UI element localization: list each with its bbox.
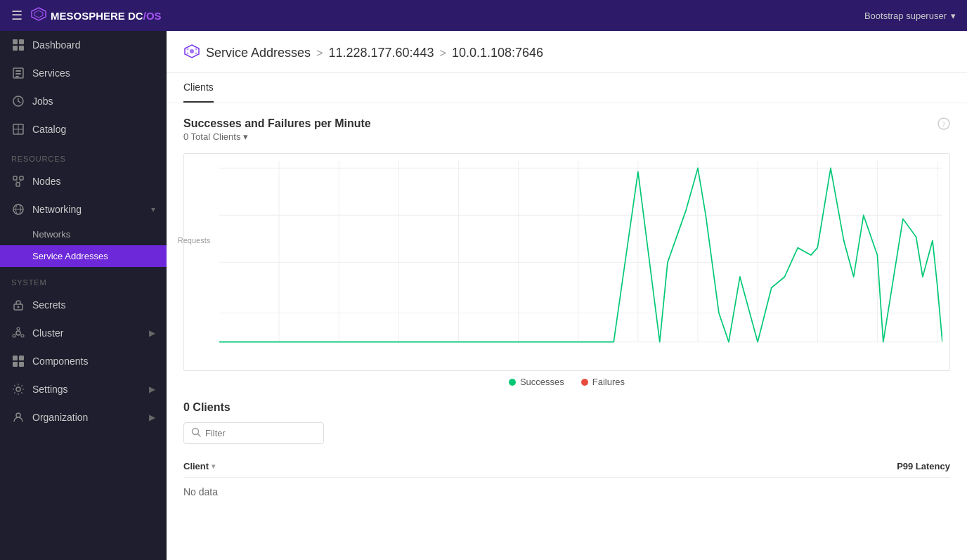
nodes-label: Nodes [32,176,60,187]
breadcrumb: Service Addresses > 11.228.177.60:443 > … [167,31,967,73]
svg-line-76 [198,434,201,437]
chart-title: Successes and Failures per Minute [183,117,371,130]
secrets-label: Secrets [32,299,65,311]
svg-text:?: ? [942,120,946,129]
legend-failures: Failures [581,377,625,387]
table-header-client[interactable]: Client ▾ [183,461,215,471]
svg-text:-50m: -50m [332,349,346,349]
chart-subtitle: 0 Total Clients ▾ [183,131,371,142]
svg-point-27 [13,334,15,337]
topbar-logo: MESOSPHERE DC/OS [31,7,162,25]
topbar: ☰ MESOSPHERE DC/OS Bootstrap superuser ▾ [0,0,967,31]
sidebar-item-secrets[interactable]: Secrets [0,291,167,319]
svg-rect-5 [19,46,24,51]
cluster-arrow: ▶ [149,328,155,338]
svg-point-39 [195,53,197,55]
secrets-icon [11,298,25,312]
successes-dot [509,379,516,386]
svg-point-33 [16,413,20,417]
svg-text:-55m: -55m [271,349,286,349]
tab-clients-label: Clients [183,82,214,93]
svg-text:-10m: -10m [810,349,825,349]
sidebar-item-nodes[interactable]: Nodes [0,167,167,195]
organization-label: Organization [32,412,88,423]
breadcrumb-sep-1: > [316,47,323,60]
service-addresses-label: Service Addresses [32,251,108,261]
svg-rect-29 [19,356,24,360]
sidebar-sub-item-networks[interactable]: Networks [0,223,167,245]
chart-legend: Successes Failures [183,377,950,387]
svg-text:-20m: -20m [690,349,705,349]
chart-subtitle-text: 0 Total Clients [183,131,240,142]
svg-point-23 [18,306,20,308]
svg-text:-35m: -35m [511,349,526,349]
clients-count-header: 0 Clients [183,401,950,414]
sidebar-sub-item-service-addresses[interactable]: Service Addresses [0,245,167,267]
breadcrumb-address1[interactable]: 11.228.177.60:443 [328,46,434,60]
breadcrumb-icon [183,44,200,63]
catalog-label: Catalog [32,124,66,135]
hamburger-menu[interactable]: ☰ [11,8,22,23]
breadcrumb-service-addresses[interactable]: Service Addresses [206,46,311,60]
svg-point-36 [187,48,189,51]
layout: Dashboard Services Jobs Catalog Resource… [0,31,967,560]
tab-clients[interactable]: Clients [183,73,214,103]
svg-rect-16 [16,183,20,186]
networking-expand-arrow: ▾ [151,204,155,214]
breadcrumb-address2: 10.0.1.108:7646 [452,46,543,60]
sidebar-item-cluster[interactable]: Cluster ▶ [0,319,167,347]
components-icon [11,354,25,368]
help-icon[interactable]: ? [937,117,950,133]
svg-rect-28 [13,356,18,360]
svg-rect-4 [13,46,18,51]
svg-text:-60m: -60m [219,349,227,349]
components-label: Components [32,356,88,367]
organization-arrow: ▶ [149,412,155,422]
cluster-icon [11,326,25,340]
networks-label: Networks [32,229,70,240]
legend-successes: Successes [509,377,564,387]
services-label: Services [32,67,70,79]
sidebar-item-components[interactable]: Components [0,347,167,375]
sidebar-item-dashboard[interactable]: Dashboard [0,31,167,59]
svg-rect-8 [15,73,21,74]
cluster-label: Cluster [32,327,63,339]
svg-text:-5m: -5m [871,349,883,349]
svg-point-26 [21,334,24,337]
filter-bar[interactable] [183,422,324,444]
svg-text:-30m: -30m [571,349,585,349]
sidebar-item-organization[interactable]: Organization ▶ [0,403,167,431]
svg-rect-9 [15,76,19,77]
dashboard-icon [11,38,25,52]
sidebar-item-services[interactable]: Services [0,59,167,87]
services-icon [11,66,25,80]
successes-label: Successes [520,377,564,387]
svg-point-35 [190,49,194,53]
svg-rect-2 [13,39,18,44]
content-area: Successes and Failures per Minute 0 Tota… [167,103,967,560]
svg-marker-0 [32,8,46,20]
svg-rect-15 [20,176,23,180]
chart-subtitle-arrow[interactable]: ▾ [243,131,248,142]
chart-header: Successes and Failures per Minute 0 Tota… [183,117,950,150]
svg-point-37 [195,48,197,51]
sidebar-item-jobs[interactable]: Jobs [0,87,167,115]
settings-icon [11,382,25,396]
dashboard-label: Dashboard [32,39,81,51]
filter-input[interactable] [205,428,316,438]
settings-arrow: ▶ [149,384,155,394]
svg-point-24 [16,331,20,335]
sidebar-item-catalog[interactable]: Catalog [0,115,167,143]
system-section-label: System [0,267,167,291]
sidebar-item-settings[interactable]: Settings ▶ [0,375,167,403]
chart-container: Requests 15 10 5 0.00 [183,153,950,371]
user-menu[interactable]: Bootstrap superuser ▾ [864,11,956,21]
sidebar-item-networking[interactable]: Networking ▾ [0,195,167,223]
table-header-p99: P99 Latency [897,461,950,471]
chart-y-label: Requests [178,236,210,245]
jobs-label: Jobs [32,96,53,107]
main-content: Service Addresses > 11.228.177.60:443 > … [167,31,967,560]
svg-point-25 [17,327,20,330]
nodes-icon [11,174,25,188]
filter-search-icon [191,427,201,439]
